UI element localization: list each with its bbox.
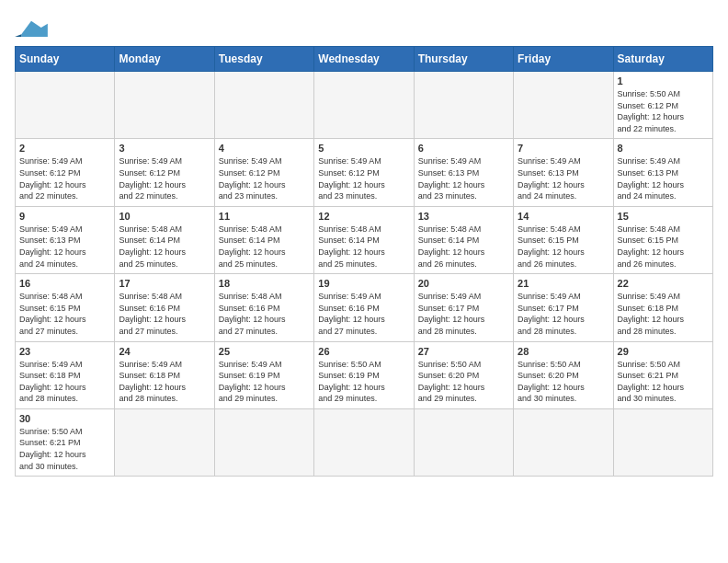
logo	[15, 18, 48, 39]
calendar-day-cell: 19Sunrise: 5:49 AM Sunset: 6:16 PM Dayli…	[314, 274, 414, 341]
calendar-day-cell: 24Sunrise: 5:49 AM Sunset: 6:18 PM Dayli…	[115, 341, 214, 408]
day-info: Sunrise: 5:49 AM Sunset: 6:17 PM Dayligh…	[418, 291, 509, 337]
day-number: 11	[219, 211, 310, 222]
calendar-empty-cell	[16, 72, 115, 139]
day-info: Sunrise: 5:49 AM Sunset: 6:13 PM Dayligh…	[618, 155, 709, 201]
calendar-day-cell: 14Sunrise: 5:48 AM Sunset: 6:15 PM Dayli…	[514, 206, 613, 273]
header	[15, 15, 713, 39]
calendar-day-cell: 21Sunrise: 5:49 AM Sunset: 6:17 PM Dayli…	[514, 274, 613, 341]
day-info: Sunrise: 5:50 AM Sunset: 6:19 PM Dayligh…	[318, 359, 409, 405]
day-number: 5	[318, 143, 409, 154]
day-info: Sunrise: 5:48 AM Sunset: 6:16 PM Dayligh…	[119, 291, 210, 337]
day-number: 15	[618, 211, 709, 222]
calendar-day-cell: 26Sunrise: 5:50 AM Sunset: 6:19 PM Dayli…	[314, 341, 414, 408]
day-info: Sunrise: 5:49 AM Sunset: 6:12 PM Dayligh…	[119, 155, 210, 201]
weekday-header-wednesday: Wednesday	[314, 47, 414, 72]
day-info: Sunrise: 5:48 AM Sunset: 6:14 PM Dayligh…	[318, 224, 409, 270]
day-number: 13	[418, 211, 509, 222]
day-number: 7	[518, 143, 609, 154]
day-number: 6	[418, 143, 509, 154]
calendar-week-row: 1Sunrise: 5:50 AM Sunset: 6:12 PM Daylig…	[16, 72, 713, 139]
calendar-day-cell: 30Sunrise: 5:50 AM Sunset: 6:21 PM Dayli…	[16, 408, 115, 476]
day-number: 22	[618, 278, 709, 289]
calendar-day-cell: 18Sunrise: 5:48 AM Sunset: 6:16 PM Dayli…	[214, 274, 313, 341]
day-number: 24	[119, 346, 210, 357]
weekday-header-monday: Monday	[115, 47, 214, 72]
day-info: Sunrise: 5:48 AM Sunset: 6:15 PM Dayligh…	[518, 224, 609, 270]
calendar-empty-cell	[214, 408, 313, 476]
day-number: 18	[219, 278, 310, 289]
day-info: Sunrise: 5:49 AM Sunset: 6:12 PM Dayligh…	[219, 155, 310, 201]
day-info: Sunrise: 5:49 AM Sunset: 6:17 PM Dayligh…	[518, 291, 609, 337]
calendar-empty-cell	[115, 408, 214, 476]
calendar-day-cell: 25Sunrise: 5:49 AM Sunset: 6:19 PM Dayli…	[214, 341, 313, 408]
calendar-day-cell: 15Sunrise: 5:48 AM Sunset: 6:15 PM Dayli…	[613, 206, 712, 273]
day-info: Sunrise: 5:49 AM Sunset: 6:16 PM Dayligh…	[318, 291, 409, 337]
day-number: 14	[518, 211, 609, 222]
calendar-empty-cell	[314, 408, 414, 476]
logo-icon	[15, 18, 48, 37]
day-info: Sunrise: 5:48 AM Sunset: 6:14 PM Dayligh…	[418, 224, 509, 270]
day-info: Sunrise: 5:48 AM Sunset: 6:14 PM Dayligh…	[119, 224, 210, 270]
calendar-day-cell: 8Sunrise: 5:49 AM Sunset: 6:13 PM Daylig…	[613, 139, 712, 206]
day-info: Sunrise: 5:49 AM Sunset: 6:12 PM Dayligh…	[19, 155, 110, 201]
day-number: 1	[618, 75, 709, 86]
day-info: Sunrise: 5:49 AM Sunset: 6:13 PM Dayligh…	[19, 224, 110, 270]
day-info: Sunrise: 5:50 AM Sunset: 6:21 PM Dayligh…	[618, 359, 709, 405]
calendar-empty-cell	[613, 408, 712, 476]
calendar-day-cell: 1Sunrise: 5:50 AM Sunset: 6:12 PM Daylig…	[613, 72, 712, 139]
day-number: 28	[518, 346, 609, 357]
calendar-day-cell: 6Sunrise: 5:49 AM Sunset: 6:13 PM Daylig…	[414, 139, 513, 206]
day-info: Sunrise: 5:48 AM Sunset: 6:15 PM Dayligh…	[618, 224, 709, 270]
day-number: 26	[318, 346, 409, 357]
weekday-header-thursday: Thursday	[414, 47, 513, 72]
calendar-day-cell: 27Sunrise: 5:50 AM Sunset: 6:20 PM Dayli…	[414, 341, 513, 408]
day-number: 29	[618, 346, 709, 357]
day-info: Sunrise: 5:49 AM Sunset: 6:19 PM Dayligh…	[219, 359, 310, 405]
calendar-day-cell: 13Sunrise: 5:48 AM Sunset: 6:14 PM Dayli…	[414, 206, 513, 273]
calendar-week-row: 16Sunrise: 5:48 AM Sunset: 6:15 PM Dayli…	[16, 274, 713, 341]
day-number: 12	[318, 211, 409, 222]
day-number: 3	[119, 143, 210, 154]
calendar-day-cell: 22Sunrise: 5:49 AM Sunset: 6:18 PM Dayli…	[613, 274, 712, 341]
calendar-empty-cell	[214, 72, 313, 139]
calendar-week-row: 9Sunrise: 5:49 AM Sunset: 6:13 PM Daylig…	[16, 206, 713, 273]
calendar-empty-cell	[514, 408, 613, 476]
calendar-empty-cell	[514, 72, 613, 139]
day-number: 20	[418, 278, 509, 289]
weekday-header-tuesday: Tuesday	[214, 47, 313, 72]
calendar-day-cell: 3Sunrise: 5:49 AM Sunset: 6:12 PM Daylig…	[115, 139, 214, 206]
calendar-day-cell: 17Sunrise: 5:48 AM Sunset: 6:16 PM Dayli…	[115, 274, 214, 341]
svg-marker-0	[21, 21, 48, 37]
calendar-day-cell: 12Sunrise: 5:48 AM Sunset: 6:14 PM Dayli…	[314, 206, 414, 273]
calendar-week-row: 30Sunrise: 5:50 AM Sunset: 6:21 PM Dayli…	[16, 408, 713, 476]
calendar-day-cell: 4Sunrise: 5:49 AM Sunset: 6:12 PM Daylig…	[214, 139, 313, 206]
calendar-day-cell: 20Sunrise: 5:49 AM Sunset: 6:17 PM Dayli…	[414, 274, 513, 341]
day-info: Sunrise: 5:49 AM Sunset: 6:18 PM Dayligh…	[119, 359, 210, 405]
day-info: Sunrise: 5:50 AM Sunset: 6:20 PM Dayligh…	[418, 359, 509, 405]
day-info: Sunrise: 5:49 AM Sunset: 6:18 PM Dayligh…	[19, 359, 110, 405]
day-number: 17	[119, 278, 210, 289]
weekday-header-sunday: Sunday	[16, 47, 115, 72]
day-info: Sunrise: 5:48 AM Sunset: 6:16 PM Dayligh…	[219, 291, 310, 337]
day-number: 4	[219, 143, 310, 154]
calendar-day-cell: 7Sunrise: 5:49 AM Sunset: 6:13 PM Daylig…	[514, 139, 613, 206]
day-number: 8	[618, 143, 709, 154]
day-info: Sunrise: 5:50 AM Sunset: 6:21 PM Dayligh…	[19, 426, 110, 472]
day-info: Sunrise: 5:49 AM Sunset: 6:12 PM Dayligh…	[318, 155, 409, 201]
day-number: 30	[19, 413, 110, 424]
calendar-day-cell: 9Sunrise: 5:49 AM Sunset: 6:13 PM Daylig…	[16, 206, 115, 273]
calendar-day-cell: 11Sunrise: 5:48 AM Sunset: 6:14 PM Dayli…	[214, 206, 313, 273]
day-number: 2	[19, 143, 110, 154]
calendar-day-cell: 29Sunrise: 5:50 AM Sunset: 6:21 PM Dayli…	[613, 341, 712, 408]
calendar-day-cell: 16Sunrise: 5:48 AM Sunset: 6:15 PM Dayli…	[16, 274, 115, 341]
day-info: Sunrise: 5:48 AM Sunset: 6:15 PM Dayligh…	[19, 291, 110, 337]
day-number: 21	[518, 278, 609, 289]
calendar-day-cell: 2Sunrise: 5:49 AM Sunset: 6:12 PM Daylig…	[16, 139, 115, 206]
svg-marker-1	[15, 34, 21, 37]
calendar-empty-cell	[115, 72, 214, 139]
day-number: 27	[418, 346, 509, 357]
calendar-empty-cell	[414, 72, 513, 139]
day-number: 25	[219, 346, 310, 357]
day-number: 10	[119, 211, 210, 222]
